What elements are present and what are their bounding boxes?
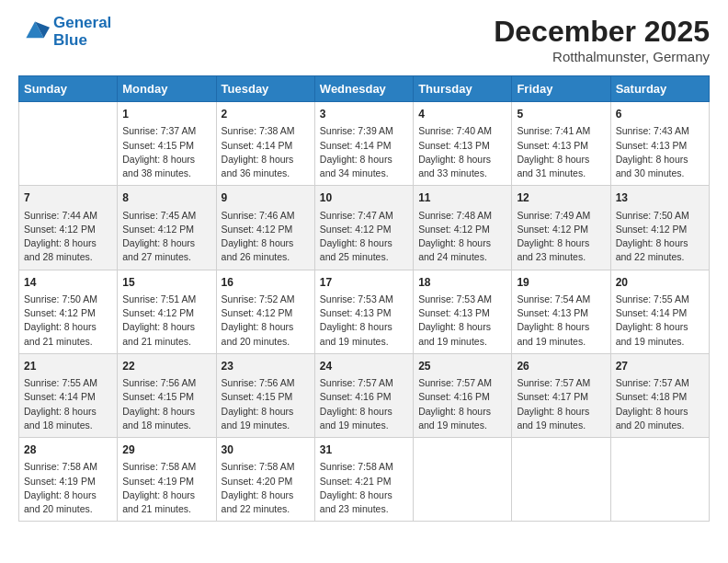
calendar-cell: 30Sunrise: 7:58 AMSunset: 4:20 PMDayligh… (216, 438, 314, 522)
day-info: Daylight: 8 hours (122, 236, 210, 250)
day-number: 29 (122, 442, 210, 458)
day-info: Sunrise: 7:39 AM (320, 124, 408, 138)
day-info: Sunrise: 7:57 AM (616, 376, 704, 390)
day-info: Daylight: 8 hours (320, 236, 408, 250)
day-number: 17 (320, 275, 408, 291)
calendar-cell: 16Sunrise: 7:52 AMSunset: 4:12 PMDayligh… (216, 270, 314, 353)
calendar-cell: 15Sunrise: 7:51 AMSunset: 4:12 PMDayligh… (118, 270, 216, 353)
day-info: Sunset: 4:12 PM (418, 223, 506, 236)
calendar-cell: 7Sunrise: 7:44 AMSunset: 4:12 PMDaylight… (19, 186, 118, 270)
day-info: and 20 minutes. (24, 502, 112, 516)
calendar-cell (610, 438, 709, 522)
day-info: and 23 minutes. (517, 250, 605, 264)
day-number: 25 (418, 359, 506, 374)
day-info: Sunrise: 7:50 AM (616, 209, 704, 223)
day-info: Sunrise: 7:40 AM (418, 124, 506, 138)
day-info: and 21 minutes. (122, 502, 210, 516)
day-info: Sunrise: 7:53 AM (418, 293, 506, 306)
day-info: Daylight: 8 hours (320, 153, 408, 167)
day-info: and 23 minutes. (320, 502, 408, 516)
day-info: Sunrise: 7:57 AM (418, 376, 506, 390)
day-info: Daylight: 8 hours (122, 153, 210, 167)
day-info: and 22 minutes. (616, 250, 704, 264)
calendar-cell: 10Sunrise: 7:47 AMSunset: 4:12 PMDayligh… (314, 186, 413, 270)
calendar-cell: 5Sunrise: 7:41 AMSunset: 4:13 PMDaylight… (512, 102, 610, 186)
day-info: Sunset: 4:19 PM (24, 475, 112, 488)
day-info: Sunset: 4:12 PM (616, 223, 704, 236)
day-info: Sunset: 4:13 PM (320, 306, 408, 320)
day-number: 6 (616, 107, 704, 122)
calendar-cell (414, 438, 512, 522)
day-info: Sunrise: 7:56 AM (122, 376, 210, 390)
calendar-cell: 1Sunrise: 7:37 AMSunset: 4:15 PMDaylight… (118, 102, 216, 186)
day-info: and 19 minutes. (320, 335, 408, 349)
day-info: Sunrise: 7:49 AM (517, 209, 605, 223)
day-info: Sunrise: 7:46 AM (222, 209, 310, 223)
calendar-cell: 27Sunrise: 7:57 AMSunset: 4:18 PMDayligh… (610, 353, 709, 437)
day-info: Sunset: 4:15 PM (122, 139, 210, 153)
day-info: and 19 minutes. (616, 335, 704, 349)
day-info: Daylight: 8 hours (122, 320, 210, 334)
day-info: Sunset: 4:15 PM (122, 390, 210, 404)
day-info: Daylight: 8 hours (122, 488, 210, 502)
day-info: Sunset: 4:12 PM (222, 223, 310, 236)
calendar-cell: 3Sunrise: 7:39 AMSunset: 4:14 PMDaylight… (314, 102, 413, 186)
calendar-subtitle: Rotthalmunster, Germany (494, 49, 710, 64)
day-info: and 19 minutes. (517, 419, 605, 432)
day-number: 12 (517, 190, 605, 206)
day-info: Sunrise: 7:52 AM (222, 293, 310, 306)
calendar-cell: 18Sunrise: 7:53 AMSunset: 4:13 PMDayligh… (414, 270, 512, 353)
calendar-cell: 14Sunrise: 7:50 AMSunset: 4:12 PMDayligh… (19, 270, 118, 353)
day-info: and 19 minutes. (418, 335, 506, 349)
day-info: and 28 minutes. (24, 250, 112, 264)
day-info: Sunset: 4:14 PM (616, 306, 704, 320)
day-info: and 26 minutes. (222, 250, 310, 264)
day-info: Sunrise: 7:58 AM (320, 460, 408, 474)
day-number: 18 (418, 275, 506, 291)
day-info: and 24 minutes. (418, 250, 506, 264)
day-number: 16 (222, 275, 310, 291)
logo: General Blue (18, 15, 111, 49)
day-info: Sunrise: 7:54 AM (517, 293, 605, 306)
day-info: Daylight: 8 hours (320, 405, 408, 419)
day-info: Daylight: 8 hours (418, 236, 506, 250)
day-info: and 38 minutes. (122, 167, 210, 180)
day-number: 22 (122, 359, 210, 374)
calendar-cell: 24Sunrise: 7:57 AMSunset: 4:16 PMDayligh… (314, 353, 413, 437)
day-number: 24 (320, 359, 408, 374)
title-block: December 2025 Rotthalmunster, Germany (494, 15, 710, 64)
day-info: Sunset: 4:13 PM (418, 139, 506, 153)
day-info: Sunset: 4:13 PM (418, 306, 506, 320)
calendar-title: December 2025 (494, 15, 710, 49)
day-info: Sunset: 4:12 PM (320, 223, 408, 236)
col-header-thursday: Thursday (414, 76, 512, 102)
day-info: Sunset: 4:12 PM (24, 223, 112, 236)
day-info: Sunrise: 7:58 AM (222, 460, 310, 474)
day-info: and 31 minutes. (517, 167, 605, 180)
day-number: 31 (320, 442, 408, 458)
day-info: Daylight: 8 hours (517, 320, 605, 334)
day-info: Sunset: 4:17 PM (517, 390, 605, 404)
day-info: and 21 minutes. (24, 335, 112, 349)
day-info: Daylight: 8 hours (517, 153, 605, 167)
day-info: Sunrise: 7:44 AM (24, 209, 112, 223)
day-info: Daylight: 8 hours (24, 488, 112, 502)
day-info: Sunset: 4:15 PM (222, 390, 310, 404)
day-number: 3 (320, 107, 408, 122)
calendar-cell: 17Sunrise: 7:53 AMSunset: 4:13 PMDayligh… (314, 270, 413, 353)
day-info: Daylight: 8 hours (320, 488, 408, 502)
day-info: Sunset: 4:13 PM (616, 139, 704, 153)
day-info: Sunrise: 7:57 AM (320, 376, 408, 390)
day-info: and 19 minutes. (418, 419, 506, 432)
day-info: Daylight: 8 hours (222, 320, 310, 334)
day-info: Daylight: 8 hours (418, 405, 506, 419)
day-number: 20 (616, 275, 704, 291)
day-info: and 18 minutes. (122, 419, 210, 432)
calendar-cell: 26Sunrise: 7:57 AMSunset: 4:17 PMDayligh… (512, 353, 610, 437)
day-number: 19 (517, 275, 605, 291)
day-number: 1 (122, 107, 210, 122)
day-info: Daylight: 8 hours (418, 153, 506, 167)
day-info: Daylight: 8 hours (24, 320, 112, 334)
page-header: General Blue December 2025 Rotthalmunste… (18, 15, 710, 64)
day-info: Sunset: 4:19 PM (122, 475, 210, 488)
